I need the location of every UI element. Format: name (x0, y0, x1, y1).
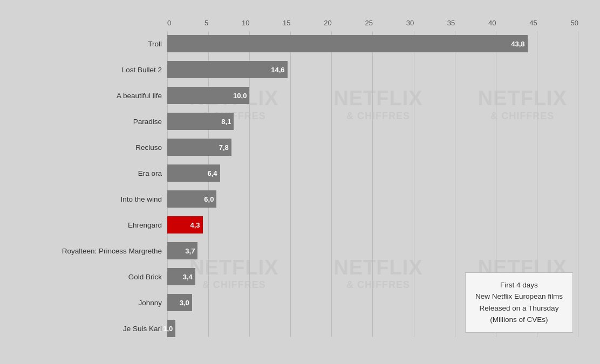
chart-inner: 05101520253035404550 Troll43,8Lost Bulle… (5, 11, 584, 342)
bar-label: Recluso (11, 143, 167, 152)
bar-fill: 6,4 (167, 164, 220, 182)
bar-label: Into the wind (11, 195, 167, 203)
bar-row: Troll43,8 (11, 31, 578, 56)
bar-value-label: 7,8 (219, 143, 231, 152)
bar-wrapper: 4,3 (167, 216, 578, 233)
bar-value-label: 43,8 (511, 40, 527, 48)
bar-wrapper: 7,8 (167, 139, 578, 156)
bar-fill: 43,8 (167, 35, 528, 52)
x-axis-label: 15 (283, 19, 290, 27)
x-axis-label: 45 (529, 19, 537, 27)
x-axis-label: 20 (324, 19, 331, 27)
x-axis-label: 0 (167, 19, 171, 27)
bar-fill: 10,0 (167, 87, 249, 104)
x-axis-label: 40 (488, 19, 496, 27)
bar-label: Paradise (11, 118, 167, 126)
legend-box: First 4 days New Netflix European films … (465, 272, 573, 333)
bar-value-label: 10,0 (233, 92, 249, 100)
bar-wrapper: 6,4 (167, 164, 578, 182)
bar-wrapper: 6,0 (167, 190, 578, 208)
bar-fill: 1,0 (167, 320, 175, 337)
bar-fill: 4,3 (167, 216, 203, 233)
bar-label: Je Suis Karl (11, 325, 167, 333)
bar-fill: 8,1 (167, 113, 234, 130)
x-axis-label: 50 (570, 19, 578, 27)
bar-value-label: 1,0 (163, 325, 175, 333)
bar-value-label: 4,3 (190, 221, 202, 229)
x-axis-label: 35 (447, 19, 455, 27)
bar-row: A beautiful life10,0 (11, 83, 578, 108)
bar-fill: 3,7 (167, 242, 197, 259)
bar-wrapper: 43,8 (167, 35, 578, 52)
bar-label: Era ora (11, 169, 167, 177)
bar-row: Lost Bullet 214,6 (11, 57, 578, 82)
bar-value-label: 14,6 (271, 66, 287, 74)
bar-fill: 7,8 (167, 139, 231, 156)
bar-row: Era ora6,4 (11, 161, 578, 186)
bar-label: Ehrengard (11, 221, 167, 229)
bar-label: Lost Bullet 2 (11, 66, 167, 74)
bar-fill: 3,4 (167, 268, 195, 285)
x-axis-label: 30 (406, 19, 414, 27)
bar-fill: 14,6 (167, 61, 288, 78)
bar-value-label: 6,0 (204, 195, 216, 203)
chart-container: NETFLIX& CHIFFRESNETFLIX& CHIFFRESNETFLI… (0, 0, 600, 364)
x-axis-label: 5 (204, 19, 208, 27)
bar-value-label: 3,4 (183, 273, 195, 281)
x-axis: 05101520253035404550 (167, 19, 578, 27)
bar-wrapper: 10,0 (167, 87, 578, 104)
bar-row: Paradise8,1 (11, 109, 578, 134)
bar-wrapper: 14,6 (167, 61, 578, 78)
bar-label: A beautiful life (11, 92, 167, 100)
x-axis-label: 10 (242, 19, 249, 27)
bar-row: Into the wind6,0 (11, 187, 578, 211)
bar-value-label: 6,4 (207, 169, 220, 177)
bar-row: Royalteen: Princess Margrethe3,7 (11, 238, 578, 263)
bar-wrapper: 8,1 (167, 113, 578, 130)
legend-line1: First 4 days (500, 281, 538, 289)
bar-wrapper: 3,7 (167, 242, 578, 259)
bar-value-label: 8,1 (221, 118, 234, 126)
legend-line2: New Netflix European films (475, 292, 563, 300)
bar-label: Johnny (11, 299, 167, 307)
legend-line3: Released on a Thursday (480, 304, 559, 312)
bar-label: Troll (11, 40, 167, 48)
bar-row: Ehrengard4,3 (11, 212, 578, 237)
bar-fill: 6,0 (167, 190, 216, 208)
bar-row: Recluso7,8 (11, 135, 578, 160)
legend-line4: (Millions of CVEs) (490, 315, 548, 324)
x-axis-label: 25 (365, 19, 372, 27)
bar-fill: 3,0 (167, 294, 192, 311)
bar-label: Royalteen: Princess Margrethe (11, 247, 167, 255)
bar-value-label: 3,7 (185, 247, 197, 255)
bar-value-label: 3,0 (180, 299, 192, 307)
bar-label: Gold Brick (11, 273, 167, 281)
